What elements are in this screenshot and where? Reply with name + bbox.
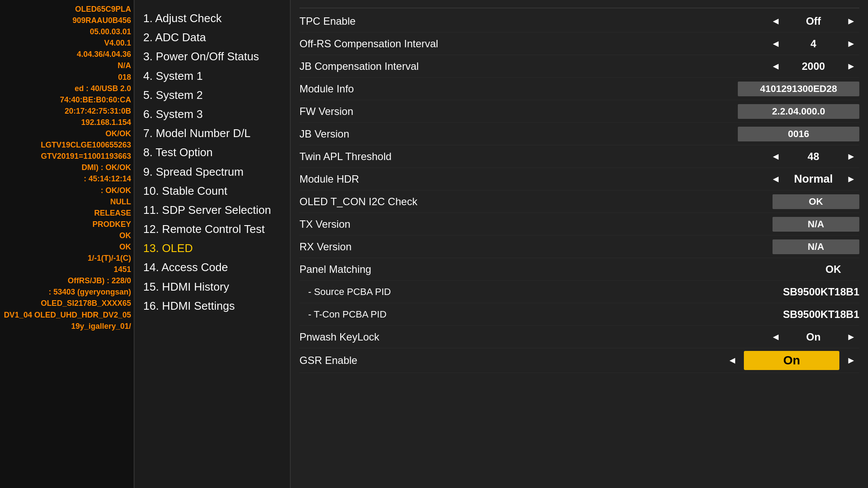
setting-value-container: OK (712, 263, 859, 275)
setting-value-boxed: 4101291300ED28 (738, 82, 859, 96)
setting-label: Twin APL Threshold (299, 151, 391, 163)
diagnostic-line: OffRS/JB) : 228/0 (3, 275, 131, 286)
diagnostic-line: 05.00.03.01 (3, 26, 131, 37)
setting-label: TX Version (299, 218, 350, 230)
diagnostic-line: RELEASE (3, 207, 131, 219)
diagnostic-line: DMI) : OK/OK (3, 162, 131, 173)
settings-row: RX VersionN/A (299, 236, 859, 258)
diagnostic-line: 1/-1(T)/-1(C) (3, 252, 131, 264)
left-diagnostic-panel: OLED65C9PLA909RAAU0B45605.00.03.01V4.00.… (0, 0, 135, 488)
right-arrow-button[interactable]: ► (843, 60, 859, 73)
setting-value: 4 (787, 38, 839, 50)
diagnostic-line: : 45:14:12:14 (3, 173, 131, 184)
settings-row: - Source PCBA PIDSB9500KT18B1 (299, 281, 859, 303)
menu-item[interactable]: 10. Stable Count (143, 181, 281, 200)
diagnostic-line: NULL (3, 196, 131, 207)
diagnostic-line: 20:17:42:75:31:0B (3, 105, 131, 117)
setting-label: JB Version (299, 128, 349, 140)
menu-item[interactable]: 6. System 3 (143, 105, 281, 124)
menu-item[interactable]: 15. HDMI History (143, 277, 281, 296)
setting-label: Panel Matching (299, 263, 371, 275)
menu-item[interactable]: 13. OLED (143, 239, 281, 258)
settings-row: TX VersionN/A (299, 213, 859, 236)
menu-item[interactable]: 3. Power On/Off Status (143, 47, 281, 66)
settings-row: TPC Enable◄Off► (299, 10, 859, 33)
menu-item[interactable]: 7. Model Number D/L (143, 124, 281, 143)
setting-value-boxed: 2.2.04.000.0 (738, 104, 859, 119)
diagnostic-line: LGTV19CLGE100655263 (3, 139, 131, 151)
setting-value-container: ◄Normal► (712, 172, 859, 186)
setting-label: TPC Enable (299, 15, 355, 27)
setting-label: Pnwash KeyLock (299, 331, 379, 343)
setting-value-container: OK (712, 194, 859, 209)
setting-label: Off-RS Compensation Interval (299, 38, 438, 50)
setting-value-container: 4101291300ED28 (712, 82, 859, 96)
right-arrow-button[interactable]: ► (843, 173, 859, 186)
setting-label: - Source PCBA PID (299, 286, 391, 298)
setting-value-na: N/A (773, 217, 859, 232)
menu-item[interactable]: 14. Access Code (143, 258, 281, 277)
setting-value: Normal (787, 172, 839, 186)
settings-row: OLED T_CON I2C CheckOK (299, 190, 859, 213)
menu-item[interactable]: 2. ADC Data (143, 28, 281, 47)
setting-label: Module Info (299, 83, 354, 95)
settings-row: Pnwash KeyLock◄On► (299, 326, 859, 348)
settings-row: - T-Con PCBA PIDSB9500KT18B1 (299, 303, 859, 326)
setting-value-container: ◄2000► (712, 60, 859, 73)
left-arrow-button[interactable]: ◄ (767, 37, 784, 50)
setting-label: - T-Con PCBA PID (299, 309, 387, 320)
diagnostic-line: 018 (3, 72, 131, 83)
diagnostic-line: : 53403 (gyeryongsan) (3, 286, 131, 298)
setting-value: 2000 (787, 60, 839, 72)
left-arrow-button[interactable]: ◄ (767, 150, 784, 163)
setting-value-container: 2.2.04.000.0 (712, 104, 859, 119)
settings-row: GSR Enable◄On► (299, 348, 859, 373)
diagnostic-line: 4.04.36/4.04.36 (3, 49, 131, 60)
panel-title (299, 0, 859, 8)
setting-label: GSR Enable (299, 354, 357, 367)
right-arrow-button[interactable]: ► (843, 331, 859, 344)
left-arrow-button[interactable]: ◄ (767, 331, 784, 344)
right-arrow-button[interactable]: ► (843, 15, 859, 28)
left-arrow-button[interactable]: ◄ (767, 60, 784, 73)
diagnostic-line: OLED_SI2178B_XXXX65 (3, 298, 131, 309)
left-arrow-button[interactable]: ◄ (767, 15, 784, 28)
menu-item[interactable]: 12. Remote Control Test (143, 219, 281, 239)
diagnostic-line: 19y_igallery_01/ (3, 321, 131, 332)
setting-value: 48 (787, 151, 839, 163)
left-arrow-button[interactable]: ◄ (724, 354, 740, 367)
diagnostic-line: OK (3, 241, 131, 252)
diagnostic-line: 74:40:BE:B0:60:CA (3, 94, 131, 105)
setting-value-container: SB9500KT18B1 (712, 308, 859, 321)
setting-value-container: ◄On► (712, 331, 859, 344)
right-arrow-button[interactable]: ► (843, 37, 859, 50)
setting-value-container: 0016 (712, 127, 859, 141)
diagnostic-line: V4.00.1 (3, 37, 131, 49)
right-arrow-button[interactable]: ► (843, 354, 859, 367)
diagnostic-line: DV1_04 OLED_UHD_HDR_DV2_05 (3, 309, 131, 321)
setting-label: Module HDR (299, 173, 359, 185)
diagnostic-line: 909RAAU0B456 (3, 15, 131, 26)
diagnostic-line: PRODKEY (3, 219, 131, 230)
menu-item[interactable]: 9. Spread Spectrum (143, 162, 281, 181)
setting-value-boxed: 0016 (738, 127, 859, 141)
menu-item[interactable]: 16. HDMI Settings (143, 296, 281, 315)
setting-value-plain: OK (807, 263, 859, 275)
menu-item[interactable]: 1. Adjust Check (143, 9, 281, 28)
menu-item[interactable]: 11. SDP Server Selection (143, 200, 281, 219)
menu-item[interactable]: 5. System 2 (143, 85, 281, 105)
settings-row: Module HDR◄Normal► (299, 168, 859, 190)
menu-item[interactable]: 8. Test Option (143, 143, 281, 162)
setting-value-plain: SB9500KT18B1 (783, 308, 859, 321)
setting-value-container: SB9500KT18B1 (712, 286, 859, 298)
right-arrow-button[interactable]: ► (843, 150, 859, 163)
setting-value-container: ◄On► (712, 351, 859, 370)
setting-label: FW Version (299, 105, 353, 118)
settings-row: FW Version2.2.04.000.0 (299, 100, 859, 123)
left-arrow-button[interactable]: ◄ (767, 173, 784, 186)
setting-value-container: ◄4► (712, 37, 859, 50)
menu-item[interactable]: 4. System 1 (143, 66, 281, 85)
diagnostic-line: GTV20191=11001193663 (3, 151, 131, 162)
diagnostic-line: ed : 40/USB 2.0 (3, 83, 131, 94)
diagnostic-line: 1451 (3, 264, 131, 275)
